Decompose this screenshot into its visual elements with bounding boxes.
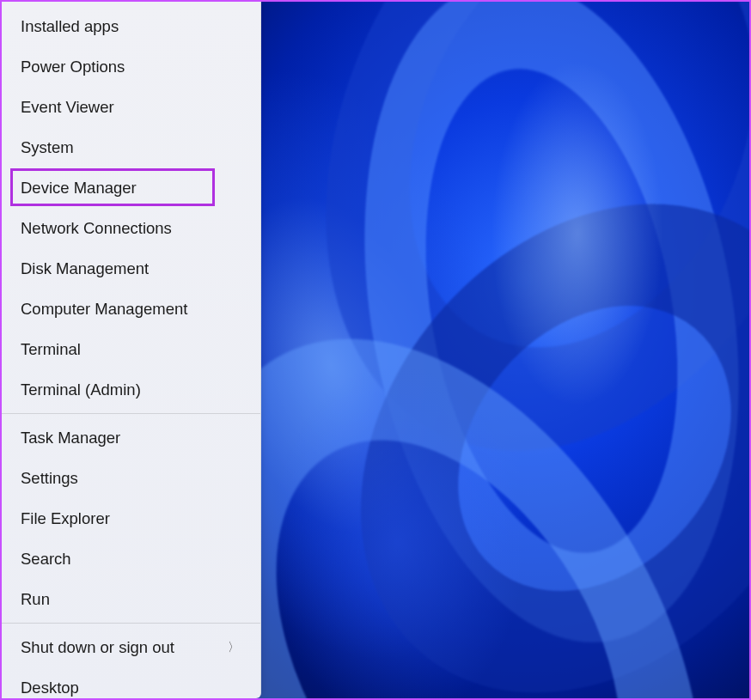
winx-context-menu: Installed apps Power Options Event Viewe… (2, 2, 261, 698)
menu-item-system[interactable]: System (2, 127, 260, 167)
menu-item-label: Desktop (21, 679, 79, 697)
menu-divider (2, 623, 260, 624)
menu-item-search[interactable]: Search (2, 539, 260, 579)
menu-item-desktop[interactable]: Desktop (2, 667, 260, 700)
chevron-right-icon: 〉 (228, 640, 240, 655)
menu-item-task-manager[interactable]: Task Manager (2, 417, 260, 458)
menu-item-terminal[interactable]: Terminal (2, 329, 260, 369)
menu-item-shut-down-or-sign-out[interactable]: Shut down or sign out 〉 (2, 627, 260, 667)
menu-item-device-manager[interactable]: Device Manager (2, 167, 260, 208)
menu-item-event-viewer[interactable]: Event Viewer (2, 87, 260, 127)
menu-item-computer-management[interactable]: Computer Management (2, 289, 260, 329)
menu-item-label: Installed apps (21, 17, 119, 36)
menu-item-label: Terminal (Admin) (21, 380, 141, 399)
menu-item-label: Device Manager (21, 179, 137, 198)
menu-item-label: Settings (21, 469, 78, 488)
menu-divider (2, 413, 260, 414)
menu-item-file-explorer[interactable]: File Explorer (2, 498, 260, 539)
menu-item-power-options[interactable]: Power Options (2, 46, 260, 87)
menu-item-label: Computer Management (21, 300, 187, 319)
menu-item-label: System (21, 138, 74, 157)
menu-item-label: Task Manager (21, 429, 120, 447)
menu-item-label: Disk Management (21, 259, 149, 278)
menu-item-label: Event Viewer (21, 98, 114, 117)
menu-item-run[interactable]: Run (2, 579, 260, 619)
menu-item-label: Network Connections (21, 219, 172, 238)
menu-item-terminal-admin[interactable]: Terminal (Admin) (2, 369, 260, 410)
menu-item-label: Search (21, 550, 71, 569)
menu-item-installed-apps[interactable]: Installed apps (2, 6, 260, 46)
menu-item-settings[interactable]: Settings (2, 458, 260, 498)
menu-item-label: Terminal (21, 340, 81, 359)
menu-item-label: File Explorer (21, 509, 110, 528)
menu-item-network-connections[interactable]: Network Connections (2, 208, 260, 248)
menu-item-label: Run (21, 590, 50, 609)
menu-item-label: Power Options (21, 58, 125, 76)
menu-item-label: Shut down or sign out (21, 638, 174, 657)
menu-item-disk-management[interactable]: Disk Management (2, 248, 260, 289)
